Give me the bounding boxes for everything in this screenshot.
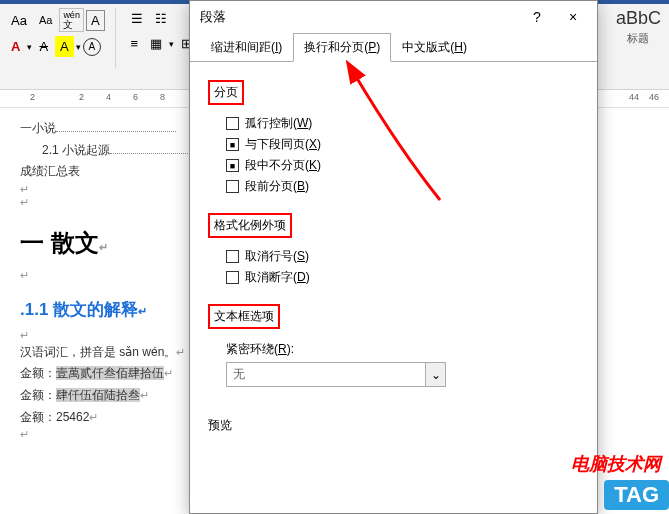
- strikethrough-button[interactable]: A: [34, 36, 53, 57]
- bullets-button[interactable]: ☰: [126, 8, 148, 29]
- dropdown-icon[interactable]: ▾: [169, 39, 174, 49]
- dropdown-icon[interactable]: ▾: [27, 42, 32, 52]
- char-border-button[interactable]: A: [86, 10, 105, 31]
- dialog-title: 段落: [200, 8, 226, 26]
- tab-breaks[interactable]: 换行和分页(P): [293, 33, 391, 62]
- checkbox-suppress-hyphenation[interactable]: 取消断字(D): [226, 269, 579, 286]
- tight-wrap-select[interactable]: 无 ⌄: [226, 362, 579, 387]
- dialog-tabs: 缩进和间距(I) 换行和分页(P) 中文版式(H): [190, 33, 597, 62]
- paragraph-dialog: 段落 ? × 缩进和间距(I) 换行和分页(P) 中文版式(H) 分页 孤行控制…: [189, 0, 598, 514]
- help-button[interactable]: ?: [523, 7, 551, 27]
- preview-label: 预览: [208, 417, 579, 434]
- enclose-char-button[interactable]: A: [83, 38, 101, 56]
- watermark-tag: TAG: [604, 480, 669, 510]
- checkbox-keep-with-next[interactable]: 与下段同页(X): [226, 136, 579, 153]
- watermark-text: 电脑技术网: [571, 452, 661, 476]
- styles-gallery[interactable]: aBbC 标题: [616, 8, 661, 46]
- style-preview: aBbC: [616, 8, 661, 29]
- chevron-down-icon[interactable]: ⌄: [426, 362, 446, 387]
- section-formatting-exceptions: 格式化例外项: [208, 213, 292, 238]
- checkbox-keep-together[interactable]: 段中不分页(K): [226, 157, 579, 174]
- font-color-button[interactable]: A: [6, 36, 25, 57]
- checkbox-widow-control[interactable]: 孤行控制(W): [226, 115, 579, 132]
- close-button[interactable]: ×: [559, 7, 587, 27]
- section-pagination: 分页: [208, 80, 244, 105]
- section-textbox-options: 文本框选项: [208, 304, 280, 329]
- shading-button[interactable]: ▦: [145, 33, 167, 54]
- shrink-font-button[interactable]: Aa: [34, 11, 57, 29]
- tab-indent[interactable]: 缩进和间距(I): [200, 33, 293, 62]
- highlight-button[interactable]: A: [55, 36, 74, 57]
- tab-chinese[interactable]: 中文版式(H): [391, 33, 478, 62]
- numbering-button[interactable]: ☷: [150, 8, 172, 29]
- pinyin-guide-button[interactable]: wén文: [59, 8, 84, 32]
- checkbox-suppress-line-numbers[interactable]: 取消行号(S): [226, 248, 579, 265]
- grow-font-button[interactable]: Aa: [6, 10, 32, 31]
- align-button[interactable]: ≡: [126, 33, 144, 54]
- select-value: 无: [226, 362, 426, 387]
- style-label: 标题: [616, 31, 661, 46]
- tight-wrap-label: 紧密环绕(R):: [226, 341, 579, 358]
- checkbox-page-break-before[interactable]: 段前分页(B): [226, 178, 579, 195]
- dropdown-icon[interactable]: ▾: [76, 42, 81, 52]
